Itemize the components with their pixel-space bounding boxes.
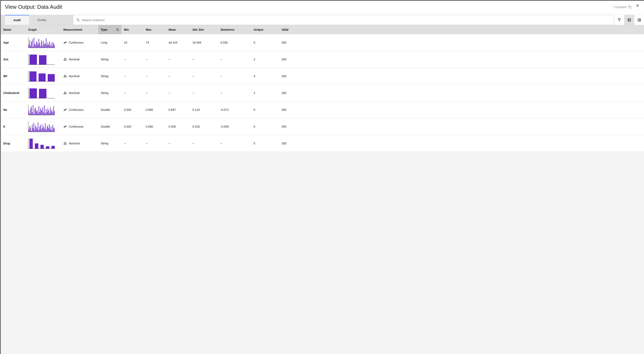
table-row[interactable]: KContinuousDouble0.0200.0800.0500.018-0.… [1,118,644,135]
cell-graph [26,51,61,68]
col-valid[interactable]: Valid [279,25,300,34]
svg-rect-11 [638,19,640,21]
cell-max: 74 [143,38,166,47]
graph-thumbnail[interactable] [28,54,55,65]
measurement-label: Nominal [69,58,80,61]
table-row[interactable]: AgeContinuousLong157444.31516.5440.03002… [1,34,644,51]
cell-valid: 200 [279,105,300,114]
compare-button[interactable]: Compare [614,5,632,9]
cell-measurement: Nominal [61,72,98,81]
col-name[interactable]: Name [1,25,26,34]
cell-type: String [98,88,122,98]
cell-measurement: Nominal [61,55,98,64]
output-panel: View Output: Data Audit Compare Audit Qu… [0,0,644,354]
svg-point-26 [64,76,65,77]
cell-stddev: 0.018 [190,122,218,131]
table-row[interactable]: BPNominalString----------3200 [1,68,644,85]
search-input[interactable] [80,17,611,24]
search-icon [76,18,80,22]
cell-mean: -- [166,139,190,148]
ruler-icon [64,125,67,128]
col-type[interactable]: Type [98,25,122,34]
table-row[interactable]: DrugNominalString----------5200 [1,135,644,152]
svg-rect-17 [64,42,66,44]
col-mean[interactable]: Mean [166,25,190,34]
graph-thumbnail[interactable] [28,121,55,132]
view-tools [614,15,644,25]
svg-point-28 [64,92,66,93]
filter-button[interactable] [614,15,624,25]
table-row[interactable]: SexNominalString----------2200 [1,51,644,68]
col-stddev[interactable]: Std. Dev [190,25,218,34]
cell-skewness: -- [218,139,251,148]
ruler-icon [64,41,67,44]
col-graph[interactable]: Graph [26,25,61,34]
col-max[interactable]: Max [143,25,166,34]
col-measurement[interactable]: Measurement [61,25,98,34]
cell-graph [26,68,61,85]
measurement-label: Nominal [69,75,80,78]
measurement-label: Nominal [69,142,80,145]
graph-thumbnail[interactable] [28,71,55,82]
filter-icon [618,18,621,22]
grid-view-button[interactable] [624,15,634,25]
cell-skewness: 0.030 [218,38,251,47]
graph-thumbnail[interactable] [28,104,55,115]
nominal-icon [64,91,67,95]
ruler-icon [64,108,67,111]
cell-name: Na [1,105,26,114]
cell-stddev: 16.544 [190,38,218,47]
measurement-label: Continuous [69,125,84,128]
compare-icon [628,6,632,9]
svg-rect-36 [64,126,66,128]
measurement-label: Nominal [69,91,80,95]
svg-rect-7 [628,19,630,21]
tab-quality[interactable]: Quality [29,15,55,25]
toolbar: Audit Quality [1,15,644,25]
cell-type: String [98,72,122,81]
cell-graph [26,118,61,135]
cell-min: 0.500 [122,105,143,114]
svg-point-22 [64,58,66,59]
cell-name: Cholesterol [1,88,26,98]
col-unique[interactable]: Unique [251,25,279,34]
cell-unique: 0 [251,105,279,114]
cell-name: Age [1,38,26,47]
close-button[interactable] [635,3,640,8]
cell-mean: 44.315 [166,38,190,47]
col-type-label: Type [101,28,108,31]
cell-mean: -- [166,72,190,81]
list-view-button[interactable] [634,15,644,25]
svg-point-42 [64,143,65,144]
svg-point-25 [64,75,66,76]
cell-unique: 2 [251,88,279,98]
measurement-label: Continuous [69,41,84,44]
graph-thumbnail[interactable] [28,37,55,48]
table-header: Name Graph Measurement Type Min Max Mean… [1,25,644,34]
svg-point-24 [65,59,66,60]
table-row[interactable]: CholesterolNominalString----------2200 [1,85,644,102]
nominal-icon [64,75,67,78]
graph-thumbnail[interactable] [28,138,55,149]
svg-point-30 [65,93,66,94]
list-icon [638,18,641,22]
cell-graph [26,85,61,101]
col-skewness[interactable]: Skewness [218,25,251,34]
cell-skewness: -0.072 [218,105,251,114]
cell-stddev: -- [190,139,218,148]
cell-mean: -- [166,88,190,98]
cell-unique: 0 [251,38,279,47]
cell-unique: 0 [251,122,279,131]
table-row[interactable]: NaContinuousDouble0.5000.8960.6970.119-0… [1,102,644,118]
col-min[interactable]: Min [122,25,143,34]
cell-skewness: -0.039 [218,122,251,131]
tab-audit[interactable]: Audit [5,15,29,25]
svg-point-41 [64,142,66,143]
nominal-icon [64,58,67,61]
cell-measurement: Continuous [61,38,98,47]
svg-point-43 [65,143,66,144]
graph-thumbnail[interactable] [28,88,55,98]
cell-measurement: Nominal [61,139,98,148]
cell-max: -- [143,55,166,64]
cell-type: String [98,55,122,64]
